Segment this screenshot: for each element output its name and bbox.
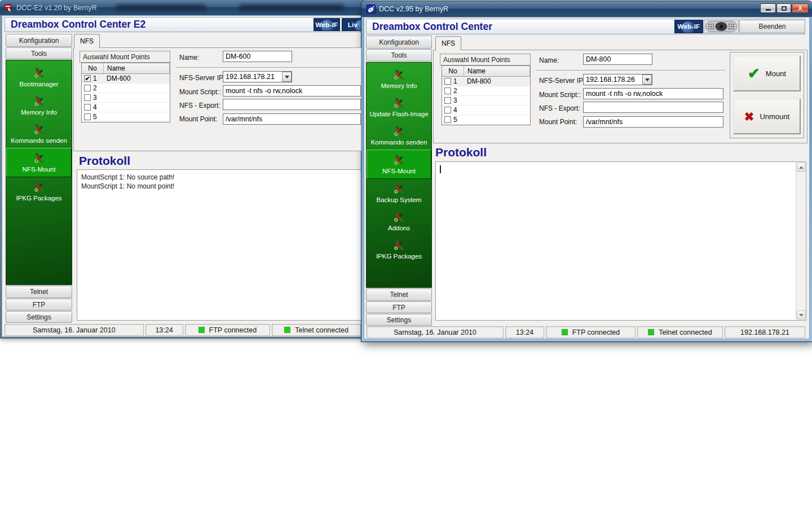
nfs-export-input[interactable] [583, 102, 723, 113]
sidebar-item-memory-info[interactable]: Memory Info [6, 91, 72, 120]
name-label: Name: [179, 54, 199, 62]
mount-checkbox[interactable] [444, 107, 451, 113]
form-separator [176, 67, 361, 68]
sidebar-item-nfs-mount[interactable]: NFS-Mount [6, 148, 72, 177]
scroll-down-icon[interactable] [797, 310, 805, 319]
scroll-up-icon[interactable] [797, 163, 805, 172]
protokoll-heading: Protokoll [435, 146, 487, 159]
table-row[interactable]: 5 [82, 112, 170, 122]
mount-point-input[interactable] [223, 113, 361, 125]
button-label: Konfiguration [19, 37, 59, 45]
status-text: 192.168.178.21 [740, 329, 789, 336]
mount-checkbox[interactable] [444, 97, 451, 104]
sidebar-item-kommando-senden[interactable]: Kommando senden [367, 121, 431, 150]
webif-button[interactable]: Web-IF [674, 20, 703, 33]
button-label: FTP [33, 301, 46, 309]
mount-checkbox[interactable] [444, 78, 451, 85]
table-row[interactable]: 4 [442, 106, 530, 115]
tools-icon [33, 96, 45, 108]
sidebar-item-nfs-mount[interactable]: NFS-Mount [367, 150, 431, 179]
tools-icon [393, 240, 405, 252]
beenden-button[interactable]: Beenden [739, 20, 805, 33]
table-row[interactable]: 3 [82, 93, 170, 103]
sidebar-button-settings[interactable]: Settings [6, 311, 72, 323]
mount-points-table[interactable]: No Name 1 DM-600 2 3 4 5 [81, 63, 170, 122]
tools-icon [33, 182, 45, 194]
sidebar-item-addons[interactable]: Addons [367, 207, 431, 235]
tools-icon [33, 153, 45, 165]
protokoll-log[interactable] [435, 161, 806, 321]
webif-button[interactable]: Web-IF [314, 18, 340, 31]
table-row[interactable]: 1 DM-600 [82, 74, 170, 84]
mount-button[interactable]: ✔ Mount [733, 55, 801, 91]
table-row[interactable]: 1 DM-800 [442, 77, 530, 86]
mount-script-input[interactable] [583, 88, 723, 99]
name-input[interactable] [583, 54, 652, 65]
dropdown-arrow-icon[interactable] [642, 75, 652, 85]
mount-checkbox[interactable] [84, 94, 91, 101]
sidebar-button-tools[interactable]: Tools [6, 47, 72, 59]
table-row[interactable]: 2 [82, 84, 170, 93]
sidebar-button-telnet[interactable]: Telnet [6, 286, 72, 298]
protokoll-log[interactable]: MountScript 1: No source path! MountScri… [77, 169, 361, 321]
sidebar-button-konfiguration[interactable]: Konfiguration [6, 34, 72, 47]
mount-points-table[interactable]: No Name 1 DM-800 2 3 4 5 [442, 65, 531, 125]
window-dcc-e2[interactable]: DCC-E2 v1.20 by BernyR Dreambox Control … [0, 0, 365, 339]
table-row[interactable]: 2 [442, 86, 530, 96]
close-button[interactable]: X [792, 3, 809, 13]
sidebar-item-ipkg-packages[interactable]: IPKG Packages [6, 177, 72, 205]
window-dcc[interactable]: DCC v2.95 by BernyR X Dreambox Control C… [361, 1, 812, 341]
tools-icon [33, 124, 45, 136]
row-name: DM-600 [102, 75, 131, 82]
mount-checkbox[interactable] [84, 113, 91, 120]
sidebar-button-settings[interactable]: Settings [366, 314, 432, 326]
tab-nfs[interactable]: NFS [435, 36, 461, 50]
remote-control-button[interactable] [704, 20, 739, 33]
sidebar-item-bootmanager[interactable]: Bootmanager [6, 63, 72, 91]
window-title: DCC v2.95 by BernyR [379, 5, 448, 13]
sidebar-item-update-flash-image[interactable]: Update Flash-Image [367, 93, 431, 121]
mount-checkbox[interactable] [84, 85, 91, 91]
mount-checkbox[interactable] [444, 87, 451, 94]
log-line: MountScript 1: No mount point! [81, 182, 357, 191]
mount-point-input[interactable] [583, 116, 723, 128]
status-text: Samstag, 16. Januar 2010 [394, 329, 476, 336]
sidebar-button-tools[interactable]: Tools [366, 49, 432, 62]
sidebar-item-memory-info[interactable]: Memory Info [367, 65, 431, 93]
sidebar-item-label: Backup System [377, 196, 422, 203]
dcc-e2-app-icon [4, 3, 13, 12]
table-row[interactable]: 3 [442, 96, 530, 106]
mount-script-input[interactable] [223, 85, 361, 97]
mount-checkbox[interactable] [84, 104, 91, 111]
tab-nfs[interactable]: NFS [74, 34, 100, 48]
minimize-button[interactable] [760, 3, 776, 13]
sidebar-button-telnet[interactable]: Telnet [366, 288, 432, 301]
sidebar-button-konfiguration[interactable]: Konfiguration [366, 36, 432, 49]
table-row[interactable]: 5 [442, 115, 530, 125]
nfs-server-ip-label: NFS-Server IP: [539, 77, 585, 85]
nfs-export-input[interactable] [223, 99, 361, 110]
sidebar-item-backup-system[interactable]: Backup System [367, 179, 431, 207]
dropdown-arrow-icon[interactable] [282, 72, 292, 82]
mount-checkbox[interactable] [84, 75, 91, 82]
sidebar-item-ipkg-packages[interactable]: IPKG Packages [367, 235, 431, 264]
sidebar-button-ftp[interactable]: FTP [366, 301, 432, 313]
sidebar-item-kommando-senden[interactable]: Kommando senden [6, 120, 72, 148]
button-label: Beenden [758, 23, 785, 30]
unmount-button[interactable]: ✖ Unmount [733, 98, 801, 134]
mount-checkbox[interactable] [444, 116, 451, 123]
name-label: Name: [539, 56, 559, 64]
status-bar: Samstag, 16. Januar 2010 13:24 FTP conne… [5, 324, 361, 336]
titlebar[interactable]: DCC v2.95 by BernyR [361, 1, 812, 17]
table-row[interactable]: 4 [82, 103, 170, 112]
livetv-button[interactable]: Liv [342, 18, 364, 31]
sidebar-button-ftp[interactable]: FTP [6, 299, 72, 310]
sidebar-item-label: NFS-Mount [382, 168, 416, 174]
name-input[interactable] [223, 51, 292, 62]
titlebar[interactable]: DCC-E2 v1.20 by BernyR [0, 0, 365, 15]
column-header-no: No [82, 63, 104, 73]
maximize-button[interactable] [776, 3, 791, 13]
status-green-light [562, 329, 568, 335]
column-header-name: Name [104, 63, 170, 73]
vertical-scrollbar[interactable] [796, 163, 805, 319]
